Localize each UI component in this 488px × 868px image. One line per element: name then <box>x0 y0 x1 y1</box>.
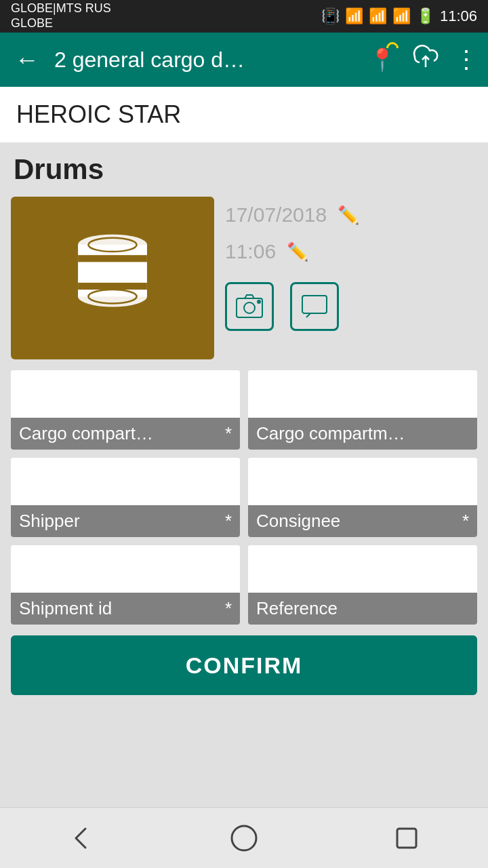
shipment-id-field: Shipment id * <box>11 545 240 625</box>
reference-input[interactable] <box>248 545 477 593</box>
battery-icon: 🔋 <box>416 7 434 25</box>
required-star-1: * <box>225 423 232 444</box>
cargo-compartment-1-field: Cargo compart… * <box>11 370 240 450</box>
required-star-3: * <box>225 511 232 532</box>
cargo-date: 17/07/2018 <box>225 203 327 226</box>
shipment-id-label: Shipment id * <box>11 593 240 625</box>
signal-icon: 📶 <box>369 7 387 25</box>
cargo-image <box>11 197 214 359</box>
status-icons: 📳 📶 📶 📶 🔋 11:06 <box>321 7 477 25</box>
cargo-compartment-1-input[interactable] <box>11 370 240 418</box>
more-menu-button[interactable]: ⋮ <box>454 45 477 74</box>
vessel-name: HEROIC STAR <box>0 87 488 142</box>
app-bar: ← 2 general cargo d… 📍 ⋮ <box>0 33 488 87</box>
edit-time-button[interactable]: ✏️ <box>287 241 308 262</box>
cargo-compartment-2-input[interactable] <box>248 370 477 418</box>
required-star-4: * <box>462 511 469 532</box>
shipper-field: Shipper * <box>11 458 240 537</box>
comment-button[interactable] <box>290 282 339 331</box>
cargo-meta: 17/07/2018 ✏️ 11:06 ✏️ <box>225 197 477 331</box>
consignee-label: Consignee * <box>248 505 477 537</box>
nav-recent-button[interactable] <box>380 818 434 859</box>
svg-point-10 <box>258 300 260 303</box>
cloud-upload-button[interactable] <box>411 42 441 77</box>
cargo-compartment-1-label: Cargo compart… * <box>11 418 240 450</box>
time-row: 11:06 ✏️ <box>225 240 477 263</box>
shipper-input[interactable] <box>11 458 240 505</box>
required-star-5: * <box>225 598 232 619</box>
carrier-name: GLOBE|MTS RUS <box>11 1 111 16</box>
bottom-nav <box>0 807 488 868</box>
cargo-time: 11:06 <box>225 240 276 263</box>
form-grid: Cargo compart… * Cargo compartm… Shipper… <box>11 370 477 625</box>
back-button[interactable]: ← <box>11 45 43 74</box>
camera-button[interactable] <box>225 282 274 331</box>
cargo-row: 17/07/2018 ✏️ 11:06 ✏️ <box>11 197 477 359</box>
confirm-button[interactable]: CONFIRM <box>11 635 477 695</box>
svg-point-12 <box>232 826 256 850</box>
time-display: 11:06 <box>440 7 477 25</box>
svg-rect-5 <box>78 283 147 290</box>
signal2-icon: 📶 <box>392 7 411 25</box>
svg-rect-4 <box>78 255 147 262</box>
carrier-info: GLOBE|MTS RUS GLOBE <box>11 1 111 31</box>
shipment-id-input[interactable] <box>11 545 240 593</box>
section-title: Drums <box>11 153 477 186</box>
network-name: GLOBE <box>11 16 111 31</box>
cargo-actions <box>225 282 477 331</box>
shipper-label: Shipper * <box>11 505 240 537</box>
app-bar-actions: 📍 ⋮ <box>367 42 477 77</box>
drum-icon <box>68 229 157 327</box>
edit-date-button[interactable]: ✏️ <box>338 205 359 226</box>
status-bar: GLOBE|MTS RUS GLOBE 📳 📶 📶 📶 🔋 11:06 <box>0 0 488 33</box>
cargo-compartment-2-label: Cargo compartm… <box>248 418 477 450</box>
consignee-input[interactable] <box>248 458 477 505</box>
svg-rect-13 <box>397 829 416 848</box>
reference-field: Reference <box>248 545 477 625</box>
cargo-compartment-2-field: Cargo compartm… <box>248 370 477 450</box>
svg-rect-11 <box>302 296 327 313</box>
nav-back-button[interactable] <box>54 818 108 859</box>
svg-point-9 <box>244 302 255 313</box>
nav-home-button[interactable] <box>217 818 271 859</box>
location-tracking-button[interactable]: 📍 <box>367 45 397 75</box>
reference-label: Reference <box>248 593 477 625</box>
consignee-field: Consignee * <box>248 458 477 537</box>
date-row: 17/07/2018 ✏️ <box>225 203 477 226</box>
sim-icon: 📳 <box>321 7 340 25</box>
app-bar-title: 2 general cargo d… <box>54 47 357 73</box>
content-area: Drums 17/07/2018 <box>0 142 488 807</box>
wifi-icon: 📶 <box>345 7 363 25</box>
